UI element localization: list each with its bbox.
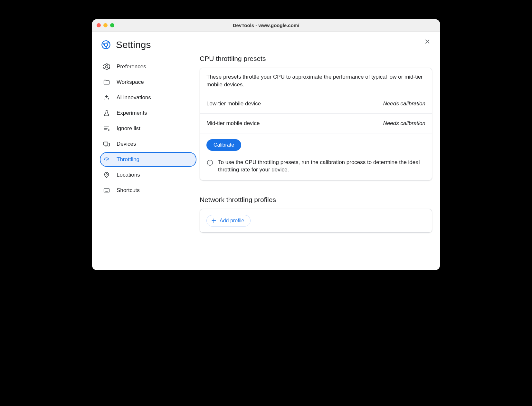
sidebar-item-workspace[interactable]: Workspace	[100, 75, 196, 90]
preset-name: Low-tier mobile device	[206, 101, 261, 107]
settings-sidebar: Settings Preferences Workspace	[100, 39, 196, 257]
cpu-throttling-description: These presets throttle your CPU to appro…	[200, 68, 432, 94]
cpu-throttling-title: CPU throttling presets	[200, 55, 432, 63]
devtools-window: DevTools - www.google.com/ Settings	[92, 19, 440, 270]
sidebar-item-throttling[interactable]: Throttling	[100, 152, 196, 167]
info-icon	[206, 159, 214, 166]
folder-icon	[103, 79, 110, 86]
svg-point-8	[210, 161, 210, 162]
sidebar-item-shortcuts[interactable]: Shortcuts	[100, 183, 196, 198]
settings-header: Settings	[100, 39, 196, 50]
window-close-button[interactable]	[97, 23, 101, 27]
window-minimize-button[interactable]	[103, 23, 108, 27]
window-zoom-button[interactable]	[110, 23, 114, 27]
sidebar-item-preferences[interactable]: Preferences	[100, 59, 196, 74]
preset-status: Needs calibration	[383, 101, 425, 107]
sidebar-item-devices[interactable]: Devices	[100, 137, 196, 151]
sidebar-item-label: Preferences	[117, 63, 146, 70]
sidebar-item-label: Shortcuts	[117, 187, 140, 194]
network-throttling-card: Add profile	[200, 209, 432, 233]
page-title: Settings	[116, 39, 151, 50]
sidebar-item-label: Ignore list	[117, 125, 140, 132]
cpu-info-text: To use the CPU throttling presets, run t…	[218, 159, 425, 174]
window-title: DevTools - www.google.com/	[92, 23, 440, 28]
cpu-card-actions: Calibrate	[200, 133, 432, 154]
keyboard-icon	[103, 187, 110, 194]
svg-rect-3	[108, 143, 110, 146]
network-throttling-title: Network throttling profiles	[200, 196, 432, 204]
sidebar-item-label: Experiments	[117, 110, 147, 116]
svg-rect-2	[104, 142, 108, 145]
sparkle-icon	[103, 94, 110, 101]
sidebar-item-ai-innovations[interactable]: AI innovations	[100, 90, 196, 105]
sidebar-item-label: Locations	[117, 172, 140, 178]
sidebar-item-label: Workspace	[117, 79, 144, 85]
settings-nav: Preferences Workspace AI innovations	[100, 59, 196, 198]
devices-icon	[103, 140, 110, 148]
add-profile-button[interactable]: Add profile	[206, 215, 251, 227]
svg-point-4	[106, 160, 107, 160]
preset-row-low-tier: Low-tier mobile device Needs calibration	[200, 94, 432, 113]
settings-main: CPU throttling presets These presets thr…	[196, 39, 432, 257]
svg-rect-6	[104, 189, 109, 192]
cpu-throttling-card: These presets throttle your CPU to appro…	[200, 68, 432, 180]
devtools-icon	[101, 40, 111, 50]
plus-icon	[211, 218, 217, 224]
settings-content: Settings Preferences Workspace	[92, 32, 440, 270]
gear-icon	[103, 63, 110, 70]
add-profile-label: Add profile	[220, 218, 244, 224]
preset-row-mid-tier: Mid-tier mobile device Needs calibration	[200, 113, 432, 133]
cpu-info-row: To use the CPU throttling presets, run t…	[200, 154, 432, 180]
sidebar-item-locations[interactable]: Locations	[100, 168, 196, 182]
close-icon	[424, 38, 431, 45]
sidebar-item-ignore-list[interactable]: Ignore list	[100, 121, 196, 136]
location-pin-icon	[103, 171, 110, 179]
speedometer-icon	[103, 156, 110, 163]
preset-status: Needs calibration	[383, 120, 425, 127]
traffic-lights	[92, 23, 114, 27]
sidebar-item-label: AI innovations	[117, 94, 151, 101]
preset-name: Mid-tier mobile device	[206, 120, 260, 127]
svg-point-5	[106, 174, 108, 175]
filter-remove-icon	[103, 125, 110, 132]
close-button[interactable]	[424, 38, 431, 46]
sidebar-item-label: Devices	[117, 141, 136, 147]
flask-icon	[103, 110, 110, 117]
sidebar-item-experiments[interactable]: Experiments	[100, 106, 196, 121]
sidebar-item-label: Throttling	[117, 156, 139, 163]
calibrate-button[interactable]: Calibrate	[206, 139, 241, 151]
window-titlebar: DevTools - www.google.com/	[92, 19, 440, 32]
